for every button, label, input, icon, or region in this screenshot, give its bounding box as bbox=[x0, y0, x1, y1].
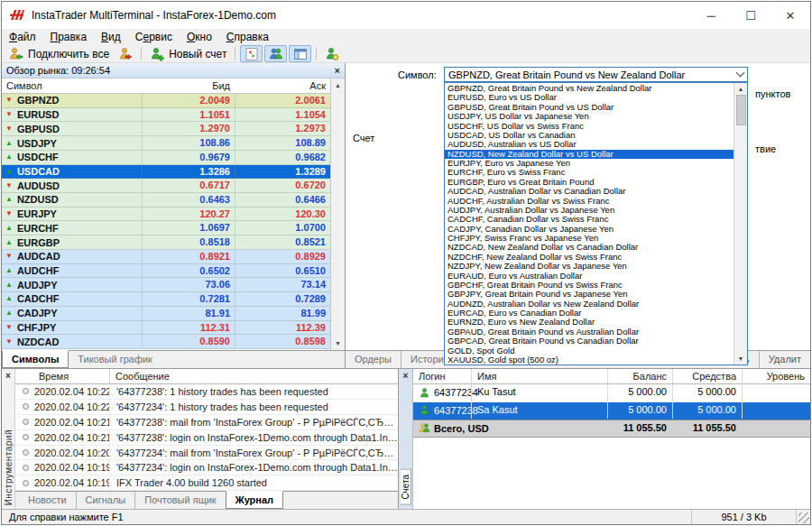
log-message: '64377238': mail from 'InstaForex Group'… bbox=[109, 415, 398, 429]
market-watch-row[interactable]: ▲ EURGBP 0.8518 0.8521 bbox=[2, 235, 330, 250]
market-watch-row[interactable]: ▼ AUDCAD 0.8921 0.8929 bbox=[2, 250, 330, 264]
tab-journal-1[interactable]: Сигналы bbox=[76, 492, 135, 509]
market-watch-row[interactable]: ▲ NZDUSD 0.6463 0.6466 bbox=[2, 193, 330, 208]
tab-journal-2[interactable]: Почтовый ящик bbox=[134, 492, 225, 509]
ask-cell: 0.6720 bbox=[235, 179, 330, 192]
scroll-up-icon[interactable]: ▲ bbox=[335, 82, 341, 88]
symbol-option[interactable]: USDJPY, US Dollar vs Japanese Yen bbox=[445, 112, 734, 121]
journal-row[interactable]: 2020.02.04 10:20:0... '64377234': mail f… bbox=[15, 446, 398, 461]
market-watch-close-icon[interactable]: × bbox=[335, 66, 340, 75]
symbol-combobox[interactable]: GBPNZD, Great Britain Pound vs New Zeala… bbox=[444, 67, 748, 82]
journal-row[interactable]: 2020.02.04 10:21:0... '64377238': login … bbox=[15, 430, 398, 446]
column-symbol[interactable]: Символ bbox=[2, 80, 142, 91]
dropdown-scrollbar[interactable]: ▲ ▼ bbox=[734, 83, 747, 365]
market-watch-row[interactable]: ▼ NZDCAD 0.8590 0.8598 bbox=[2, 335, 330, 349]
scroll-down-icon[interactable]: ▼ bbox=[335, 340, 341, 346]
menu-view[interactable]: Вид bbox=[94, 30, 128, 44]
account-balance: 5 000.00 bbox=[607, 402, 672, 420]
account-level bbox=[742, 402, 810, 420]
symbol-cell: USDJPY bbox=[17, 138, 57, 149]
menu-help[interactable]: Справка bbox=[219, 30, 276, 44]
close-button[interactable]: ✕ bbox=[770, 2, 810, 29]
menu-window[interactable]: Окно bbox=[180, 30, 219, 44]
account-settings-button[interactable] bbox=[320, 45, 344, 62]
tab-journal-0[interactable]: Новости bbox=[19, 492, 76, 509]
market-watch-toggle-button[interactable] bbox=[240, 45, 263, 62]
chevron-down-icon[interactable] bbox=[733, 73, 747, 76]
column-name[interactable]: Имя bbox=[471, 369, 607, 383]
maximize-button[interactable]: ☐ bbox=[731, 2, 770, 29]
tab-order-panel-0[interactable]: Ордеры bbox=[346, 351, 401, 368]
market-watch-tabs: СимволыТиковый график bbox=[2, 350, 345, 368]
market-watch-scrollbar[interactable]: ▲ ▼ bbox=[330, 78, 345, 350]
journal-row[interactable]: 2020.02.04 10:19:5... '64377234': login … bbox=[15, 460, 398, 475]
market-watch-row[interactable]: ▲ EURCHF 1.0697 1.0700 bbox=[2, 221, 330, 235]
ask-cell: 0.9682 bbox=[235, 151, 330, 164]
symbol-cell: USDCHF bbox=[17, 152, 59, 162]
market-watch-row[interactable]: ▲ USDCHF 0.9679 0.9682 bbox=[2, 151, 330, 165]
accounts-toggle-button[interactable] bbox=[264, 45, 287, 62]
symbol-cell: CADCHF bbox=[17, 293, 59, 304]
scroll-up-icon[interactable]: ▲ bbox=[738, 86, 744, 92]
accounts-close-icon[interactable]: × bbox=[403, 369, 409, 381]
connect-all-button[interactable]: Подключить все bbox=[5, 45, 114, 62]
tab-market-watch-1[interactable]: Тиковый график bbox=[69, 351, 161, 368]
market-watch-row[interactable]: ▲ CADJPY 81.91 81.99 bbox=[2, 307, 330, 321]
column-level[interactable]: Уровень bbox=[742, 369, 810, 383]
column-equity[interactable]: Средства bbox=[672, 369, 742, 383]
toolbox-toggle-button[interactable] bbox=[289, 45, 311, 62]
toolbox-side-tab[interactable]: Инструментарий bbox=[4, 429, 14, 505]
log-message: '64377234': login on InstaForex-1Demo.co… bbox=[109, 460, 398, 475]
column-ask[interactable]: Аск bbox=[235, 80, 330, 91]
column-message[interactable]: Сообщение bbox=[109, 369, 398, 383]
ask-cell: 81.99 bbox=[235, 307, 330, 320]
journal-rows: 2020.02.04 10:22:2... '64377238': 1 hist… bbox=[15, 384, 398, 491]
scrollbar-thumb[interactable] bbox=[736, 95, 746, 125]
market-watch-row[interactable]: ▲ USDCAD 1.3286 1.3289 bbox=[2, 165, 330, 180]
market-watch-row[interactable]: ▲ AUDJPY 73.06 73.14 bbox=[2, 278, 330, 292]
market-watch-row[interactable]: ▼ GBPUSD 1.2970 1.2973 bbox=[2, 122, 330, 136]
new-account-button[interactable]: Новый счет bbox=[145, 45, 231, 62]
journal-close-icon[interactable]: × bbox=[5, 369, 11, 381]
account-row[interactable]: 64377238 Sa Kasut 5 000.00 5 000.00 bbox=[413, 402, 810, 420]
bid-cell: 0.6717 bbox=[142, 179, 235, 192]
journal-row[interactable]: 2020.02.04 10:22:2... '64377234': 1 hist… bbox=[15, 400, 398, 415]
disconnect-all-button[interactable] bbox=[114, 45, 137, 62]
tab-journal-3[interactable]: Журнал bbox=[226, 491, 283, 509]
resize-grip-icon[interactable] bbox=[798, 512, 809, 523]
column-time[interactable]: Время bbox=[15, 371, 109, 382]
column-balance[interactable]: Баланс bbox=[607, 369, 672, 383]
journal-row[interactable]: 2020.02.04 10:19:3... IFX Trader 4.00 bu… bbox=[15, 475, 398, 491]
ask-cell: 2.0061 bbox=[235, 94, 330, 107]
market-watch-row[interactable]: ▲ USDJPY 108.86 108.89 bbox=[2, 136, 330, 151]
menu-edit[interactable]: Правка bbox=[43, 30, 95, 44]
column-bid[interactable]: Бид bbox=[142, 80, 235, 91]
ask-cell: 0.7289 bbox=[235, 292, 330, 306]
column-login[interactable]: Логин bbox=[413, 371, 471, 382]
market-watch-row[interactable]: ▼ EURJPY 120.27 120.30 bbox=[2, 208, 330, 222]
market-watch-row[interactable]: ▼ EURUSD 1.1051 1.1054 bbox=[2, 108, 330, 123]
market-watch-row[interactable]: ▲ CADCHF 0.7281 0.7289 bbox=[2, 292, 330, 307]
ask-cell: 1.2973 bbox=[235, 122, 330, 135]
symbol-option[interactable]: AUDCAD, Australian Dollar vs Canadian Do… bbox=[445, 187, 734, 196]
tab-market-watch-0[interactable]: Символы bbox=[2, 350, 69, 368]
symbol-option[interactable]: XAUUSD, Gold spot (500 oz) bbox=[445, 355, 734, 365]
market-watch-row[interactable]: ▼ GBPNZD 2.0049 2.0061 bbox=[2, 94, 330, 108]
delete-button[interactable]: Удалит bbox=[759, 351, 810, 368]
symbol-option[interactable]: NZDJPY, New Zealand Dollar vs Japanese Y… bbox=[445, 262, 734, 271]
scroll-down-icon[interactable]: ▼ bbox=[738, 355, 744, 362]
accounts-side-tab[interactable]: Счета bbox=[401, 469, 411, 505]
bid-cell: 1.3286 bbox=[142, 165, 235, 179]
market-watch-row[interactable]: ▼ AUDUSD 0.6717 0.6720 bbox=[2, 179, 330, 193]
market-watch-row[interactable]: ▼ CHFJPY 112.31 112.39 bbox=[2, 321, 330, 336]
minimize-button[interactable]: ─ bbox=[691, 2, 731, 29]
log-entry-icon bbox=[23, 403, 29, 410]
market-watch-row[interactable]: ▲ AUDCHF 0.6502 0.6510 bbox=[2, 264, 330, 279]
journal-row[interactable]: 2020.02.04 10:22:2... '64377238': 1 hist… bbox=[15, 384, 398, 400]
journal-row[interactable]: 2020.02.04 10:21:1... '64377238': mail f… bbox=[15, 415, 398, 430]
symbol-option[interactable]: GBPCAD, Great Britain Pound vs Canadian … bbox=[445, 337, 734, 346]
account-name: Sa Kasut bbox=[471, 402, 607, 420]
account-row[interactable]: 64377234 Ku Tasut 5 000.00 5 000.00 bbox=[413, 384, 810, 402]
menu-service[interactable]: Сервис bbox=[128, 30, 180, 44]
menu-file[interactable]: Файл bbox=[2, 30, 43, 44]
